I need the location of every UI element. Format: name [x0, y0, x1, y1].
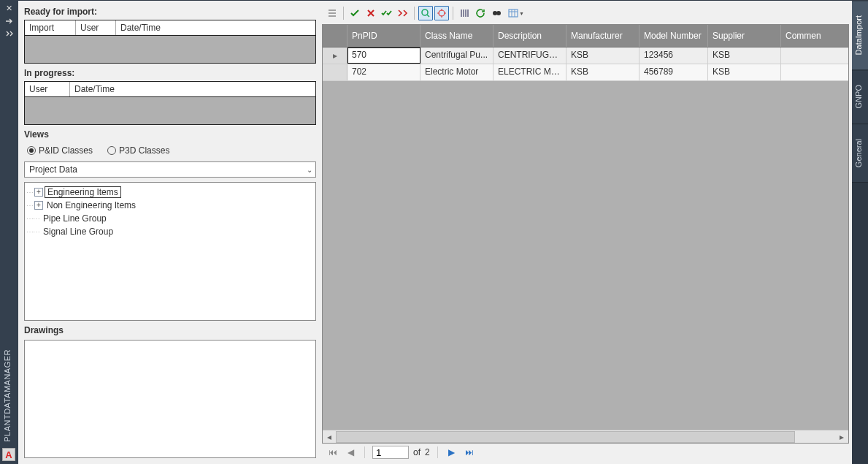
scroll-left-icon[interactable]: ◂ — [323, 431, 336, 443]
pager-next-icon[interactable]: ▶ — [445, 446, 458, 459]
zoom-icon[interactable] — [418, 6, 433, 20]
panel-title: PLANTDATAMANAGER — [3, 349, 12, 442]
radio-pid-label: P&ID Classes — [39, 145, 93, 156]
dropdown-caret-icon: ▼ — [519, 11, 524, 16]
radio-pid-classes[interactable]: P&ID Classes — [27, 145, 93, 156]
row-indicator-icon — [323, 64, 347, 80]
tree-signal-line-group[interactable]: Signal Line Group — [41, 227, 115, 237]
svg-rect-4 — [494, 12, 499, 15]
cell-model[interactable]: 456789 — [640, 64, 708, 80]
svg-point-1 — [439, 10, 445, 16]
col-comments[interactable]: Commen — [781, 25, 848, 47]
ready-col-user[interactable]: User — [76, 20, 116, 35]
data-grid[interactable]: PnPID Class Name Description Manufacture… — [322, 24, 849, 444]
col-description[interactable]: Description — [493, 25, 566, 47]
pager-first-icon[interactable]: ⏮ — [326, 446, 339, 459]
chevron-down-icon: ⌄ — [307, 166, 312, 174]
right-pane: ▼ PnPID Class Name Description Manufactu… — [322, 1, 852, 464]
col-pnpid[interactable]: PnPID — [347, 25, 420, 47]
refresh-icon[interactable] — [473, 6, 488, 20]
inprog-col-user[interactable]: User — [25, 82, 70, 96]
col-model-number[interactable]: Model Number — [640, 25, 708, 47]
options-icon[interactable] — [4, 29, 15, 39]
table-options-icon[interactable]: ▼ — [505, 6, 527, 20]
cell-desc[interactable]: ELECTRIC MOT... — [493, 64, 566, 80]
app-logo: A — [2, 448, 15, 461]
cell-supp[interactable]: KSB — [708, 47, 781, 64]
main-panel: Ready for import: Import User Date/Time … — [18, 0, 852, 464]
pager-total: 2 — [425, 447, 430, 457]
ready-for-import-grid[interactable]: Import User Date/Time — [24, 20, 316, 64]
grid-corner[interactable] — [323, 25, 347, 47]
drawings-label: Drawings — [24, 325, 316, 335]
scroll-thumb[interactable] — [336, 431, 795, 443]
cell-comm[interactable] — [781, 47, 848, 64]
cell-mfr[interactable]: KSB — [566, 64, 640, 80]
ready-for-import-label: Ready for import: — [24, 7, 316, 17]
expand-icon[interactable]: + — [34, 188, 43, 197]
target-icon[interactable] — [434, 6, 449, 20]
ready-col-import[interactable]: Import — [25, 20, 76, 35]
col-manufacturer[interactable]: Manufacturer — [566, 25, 640, 47]
tab-gnpo[interactable]: GNPO — [852, 69, 868, 123]
scroll-right-icon[interactable]: ▸ — [835, 431, 848, 443]
reject-icon[interactable] — [364, 6, 378, 20]
titlebar: ✕ PLANTDATAMANAGER A — [0, 0, 18, 464]
columns-icon[interactable] — [457, 6, 472, 20]
views-dropdown[interactable]: Project Data ⌄ — [24, 161, 316, 178]
close-icon[interactable]: ✕ — [4, 3, 15, 13]
reject-all-icon[interactable] — [396, 6, 410, 20]
tree-non-engineering-items[interactable]: Non Engineering Items — [45, 200, 138, 210]
views-tree[interactable]: ⋯ + Engineering Items ⋯ + Non Engineerin… — [24, 182, 316, 321]
list-view-icon[interactable] — [325, 6, 339, 20]
in-progress-grid[interactable]: User Date/Time — [24, 81, 316, 125]
col-class-name[interactable]: Class Name — [420, 25, 493, 47]
pin-icon[interactable] — [4, 16, 15, 26]
row-indicator-icon: ▸ — [323, 47, 347, 64]
drawings-list[interactable] — [24, 340, 316, 458]
svg-point-0 — [422, 9, 428, 15]
tab-dataimport[interactable]: DataImport — [852, 0, 868, 69]
inprog-col-datetime[interactable]: Date/Time — [70, 82, 315, 96]
left-pane: Ready for import: Import User Date/Time … — [18, 1, 322, 464]
radio-p3d-label: P3D Classes — [119, 145, 169, 156]
right-tab-strip: DataImport GNPO General — [852, 0, 868, 464]
cell-model[interactable]: 123456 — [640, 47, 708, 64]
tab-general[interactable]: General — [852, 123, 868, 182]
pager-current-input[interactable] — [372, 446, 409, 459]
accept-icon[interactable] — [347, 6, 362, 20]
accept-all-icon[interactable] — [380, 6, 394, 20]
cell-class[interactable]: Centrifugal Pu... — [420, 47, 493, 64]
table-row[interactable]: 702 Electric Motor ELECTRIC MOT... KSB 4… — [323, 64, 848, 81]
expand-icon[interactable]: + — [34, 201, 43, 210]
find-icon[interactable] — [489, 6, 504, 20]
cell-pnpid[interactable]: 570 — [347, 47, 420, 64]
grid-toolbar: ▼ — [322, 4, 849, 23]
svg-rect-5 — [509, 9, 518, 17]
dropdown-value: Project Data — [29, 164, 77, 175]
cell-supp[interactable]: KSB — [708, 64, 781, 80]
pager: ⏮ ◀ of 2 ▶ ⏭ — [322, 444, 849, 461]
horizontal-scrollbar[interactable]: ◂ ▸ — [323, 430, 848, 443]
cell-pnpid[interactable]: 702 — [347, 64, 420, 80]
cell-desc[interactable]: CENTRIFUGAL ... — [493, 47, 566, 64]
tree-engineering-items[interactable]: Engineering Items — [45, 186, 121, 198]
radio-p3d-classes[interactable]: P3D Classes — [107, 145, 169, 156]
cell-class[interactable]: Electric Motor — [420, 64, 493, 80]
tree-pipe-line-group[interactable]: Pipe Line Group — [41, 213, 109, 224]
views-label: Views — [24, 129, 316, 140]
pager-last-icon[interactable]: ⏭ — [463, 446, 476, 459]
ready-col-datetime[interactable]: Date/Time — [116, 20, 315, 35]
cell-mfr[interactable]: KSB — [566, 47, 640, 64]
in-progress-label: In progress: — [24, 68, 316, 78]
table-row[interactable]: ▸ 570 Centrifugal Pu... CENTRIFUGAL ... … — [323, 47, 848, 64]
pager-of-label: of — [413, 447, 420, 457]
grid-header: PnPID Class Name Description Manufacture… — [323, 25, 848, 47]
cell-comm[interactable] — [781, 64, 848, 80]
pager-prev-icon[interactable]: ◀ — [344, 446, 357, 459]
col-supplier[interactable]: Supplier — [708, 25, 781, 47]
